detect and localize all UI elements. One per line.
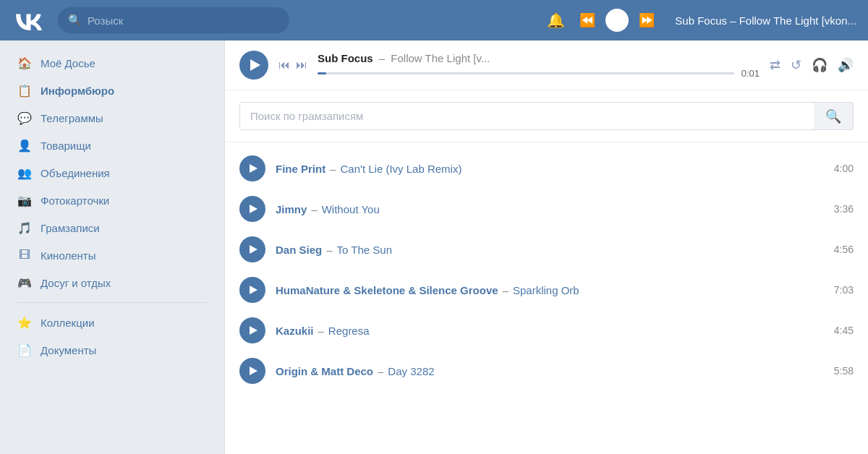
track-name-label: Regresa	[328, 325, 370, 337]
track-item[interactable]: Dan Sieg – To The Sun 4:56	[225, 229, 868, 270]
track-info: Fine Print – Can't Lie (Ivy Lab Remix)	[276, 163, 824, 175]
track-artist-label: Jimny	[276, 203, 307, 215]
sidebar-item-music[interactable]: 🎵 Грамзаписи	[0, 214, 224, 241]
sidebar-label-games: Досуг и отдых	[41, 277, 207, 289]
track-artist-label: Kazukii	[276, 325, 314, 337]
sidebar-label-groups: Объединения	[41, 167, 207, 179]
sidebar-label-documents: Документы	[41, 344, 207, 356]
track-list: Fine Print – Can't Lie (Ivy Lab Remix) 4…	[225, 142, 868, 454]
player-repeat-button[interactable]: ↺	[791, 57, 801, 73]
progress-fill	[318, 72, 326, 74]
track-dash-label: –	[311, 203, 317, 215]
music-search-bar: 🔍	[225, 90, 868, 142]
track-dash-label: –	[318, 325, 324, 337]
player-progress: 0:01	[318, 68, 760, 79]
topbar-forward-button[interactable]: ⏩	[639, 12, 655, 28]
sidebar-item-messages[interactable]: 💬 Телеграммы	[0, 104, 224, 132]
player-small-controls: ⏮ ⏭	[278, 59, 307, 72]
track-item[interactable]: Kazukii – Regresa 4:45	[225, 310, 868, 351]
sidebar-item-collections[interactable]: ⭐ Коллекции	[0, 309, 224, 336]
track-play-button[interactable]	[239, 317, 265, 343]
track-dash-label: –	[330, 163, 336, 175]
sidebar-item-friends[interactable]: 👤 Товарищи	[0, 132, 224, 159]
music-search-button[interactable]: 🔍	[814, 102, 854, 130]
vk-logo-svg	[13, 10, 45, 30]
friends-icon: 👤	[17, 138, 32, 153]
sidebar-label-friends: Товарищи	[41, 140, 207, 152]
track-name-label: Sparkling Orb	[513, 284, 579, 296]
documents-icon: 📄	[17, 343, 32, 357]
track-duration: 5:58	[834, 365, 854, 377]
sidebar-item-photos[interactable]: 📷 Фотокарточки	[0, 187, 224, 214]
sidebar-label-messages: Телеграммы	[41, 112, 207, 124]
games-icon: 🎮	[17, 275, 32, 290]
progress-time: 0:01	[741, 68, 760, 79]
sidebar-item-news[interactable]: 📋 Информбюро	[0, 77, 224, 104]
player-bar: ⏮ ⏭ Sub Focus – Follow The Light [v... 0…	[225, 40, 868, 90]
track-duration: 4:45	[834, 325, 854, 336]
track-name-label: Day 3282	[388, 365, 434, 377]
track-dash-label: –	[503, 284, 509, 296]
track-play-button[interactable]	[239, 155, 265, 181]
topbar-search-icon: 🔍	[68, 14, 82, 27]
track-dash-label: –	[378, 365, 383, 377]
track-item[interactable]: HumaNature & Skeletone & Silence Groove …	[225, 270, 868, 310]
sidebar-item-groups[interactable]: 👥 Объединения	[0, 159, 224, 187]
player-volume-button[interactable]: 🔊	[838, 57, 854, 73]
music-icon: 🎵	[17, 220, 32, 235]
track-item[interactable]: Jimny – Without You 3:36	[225, 189, 868, 229]
vk-logo[interactable]	[12, 3, 46, 38]
track-play-button[interactable]	[239, 277, 265, 303]
player-forward-button[interactable]: ⏭	[296, 59, 307, 72]
sidebar-label-video: Киноленты	[41, 249, 207, 262]
progress-bar[interactable]	[318, 72, 734, 74]
topbar-play-button[interactable]	[605, 9, 629, 32]
track-name-label: To The Sun	[337, 244, 392, 256]
player-play-button[interactable]	[239, 51, 268, 80]
video-icon: 🎞	[17, 248, 32, 262]
topbar-search-box[interactable]: 🔍	[58, 7, 289, 33]
collections-icon: ⭐	[17, 315, 32, 330]
track-name: Follow The Light [v...	[391, 52, 490, 64]
main-layout: 🏠 Моё Досье 📋 Информбюро 💬 Телеграммы 👤 …	[0, 40, 868, 454]
player-rewind-button[interactable]: ⏮	[278, 59, 290, 72]
track-duration: 3:36	[834, 203, 854, 215]
track-play-button[interactable]	[239, 196, 265, 222]
track-duration: 4:56	[834, 244, 854, 255]
track-item[interactable]: Origin & Matt Deco – Day 3282 5:58	[225, 351, 868, 391]
track-dash: –	[379, 52, 385, 64]
track-title-bar: Sub Focus – Follow The Light [v...	[318, 52, 760, 65]
track-artist: Sub Focus	[318, 52, 373, 64]
sidebar: 🏠 Моё Досье 📋 Информбюро 💬 Телеграммы 👤 …	[0, 40, 224, 454]
home-icon: 🏠	[17, 56, 32, 70]
track-artist-label: Dan Sieg	[276, 244, 322, 256]
sidebar-label-photos: Фотокарточки	[41, 194, 207, 207]
notification-bell[interactable]: 🔔	[547, 12, 565, 29]
topbar: 🔍 🔔 ⏪ ⏩ Sub Focus – Follow The Light [vk…	[0, 0, 868, 40]
sidebar-item-video[interactable]: 🎞 Киноленты	[0, 241, 224, 269]
track-info: Jimny – Without You	[276, 203, 824, 215]
track-artist-label: HumaNature & Skeletone & Silence Groove	[276, 284, 498, 296]
topbar-rewind-button[interactable]: ⏪	[579, 12, 595, 28]
track-item[interactable]: Fine Print – Can't Lie (Ivy Lab Remix) 4…	[225, 148, 868, 189]
track-play-button[interactable]	[239, 358, 265, 384]
track-play-button[interactable]	[239, 236, 265, 262]
player-shuffle-button[interactable]: ⇄	[770, 57, 780, 73]
sidebar-item-games[interactable]: 🎮 Досуг и отдых	[0, 269, 224, 296]
topbar-search-input[interactable]	[88, 14, 276, 27]
sidebar-item-documents[interactable]: 📄 Документы	[0, 336, 224, 364]
track-name-label: Without You	[322, 203, 380, 215]
player-headphones-button[interactable]: 🎧	[812, 57, 827, 73]
track-info: HumaNature & Skeletone & Silence Groove …	[276, 284, 824, 296]
topbar-track-info: Sub Focus – Follow The Light [vkon...	[675, 14, 856, 27]
track-info: Origin & Matt Deco – Day 3282	[276, 365, 824, 377]
sidebar-item-my-profile[interactable]: 🏠 Моё Досье	[0, 49, 224, 77]
news-icon: 📋	[17, 83, 32, 98]
music-search-input[interactable]	[239, 102, 814, 130]
track-artist-label: Fine Print	[276, 163, 326, 175]
sidebar-label-music: Грамзаписи	[41, 222, 207, 234]
messages-icon: 💬	[17, 111, 32, 125]
track-artist-label: Origin & Matt Deco	[276, 365, 373, 377]
photos-icon: 📷	[17, 193, 32, 207]
track-dash-label: –	[326, 244, 332, 256]
